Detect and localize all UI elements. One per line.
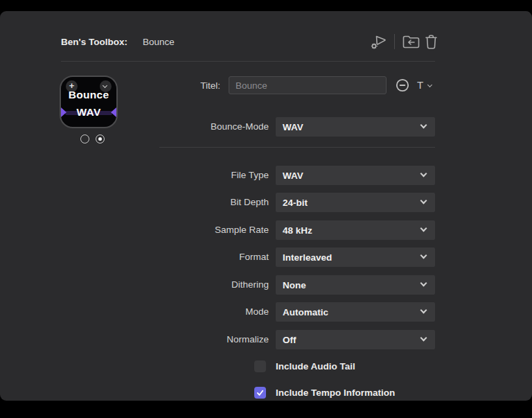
toolbar-separator	[394, 34, 395, 49]
app-title: Ben's Toolbox:	[61, 37, 127, 47]
chevron-down-icon	[420, 280, 427, 287]
page-dot-1[interactable]	[80, 134, 89, 143]
text-format-icon[interactable]: T	[417, 79, 423, 91]
include-tempo-information-label: Include Tempo Information	[276, 387, 395, 399]
title-input[interactable]	[229, 76, 387, 94]
format-select[interactable]: Interleaved	[276, 247, 435, 267]
chevron-down-icon	[420, 171, 427, 177]
run-action-icon[interactable]	[369, 33, 388, 51]
trash-icon[interactable]	[424, 33, 438, 51]
sample-rate-label: Sample Rate	[125, 225, 269, 236]
folder-return-icon[interactable]	[402, 35, 420, 49]
header-divider	[61, 61, 435, 62]
normalize-label: Normalize	[125, 334, 269, 345]
file-type-label: File Type	[125, 170, 269, 181]
chevron-down-icon	[420, 225, 427, 232]
tile-title-line1: Bounce	[61, 89, 116, 101]
mode-label: Mode	[125, 306, 269, 317]
tile-title-line2: WAV	[61, 106, 116, 119]
include-audio-tail-checkbox[interactable]	[254, 360, 266, 372]
include-tempo-information-checkbox[interactable]	[254, 387, 266, 399]
bounce-action-tile[interactable]: + Bounce WAV	[60, 76, 118, 128]
title-field-label: Titel:	[125, 80, 220, 92]
chevron-down-icon	[420, 307, 427, 314]
include-audio-tail-label: Include Audio Tail	[276, 361, 355, 372]
section-divider	[159, 147, 435, 148]
window: Ben's Toolbox: Bounce +	[0, 0, 532, 418]
page-dot-2[interactable]	[96, 134, 105, 143]
dithering-label: Dithering	[125, 279, 269, 290]
file-type-select[interactable]: WAV	[276, 166, 435, 185]
editor-panel: Ben's Toolbox: Bounce +	[0, 11, 532, 401]
sample-rate-select[interactable]: 48 kHz	[276, 220, 435, 240]
mode-select[interactable]: Automatic	[276, 302, 435, 322]
format-label: Format	[125, 252, 269, 263]
dithering-select[interactable]: None	[276, 275, 435, 295]
document-title: Bounce	[143, 37, 175, 47]
bit-depth-label: Bit Depth	[125, 197, 269, 208]
check-icon	[256, 388, 265, 397]
normalize-select[interactable]: Off	[276, 330, 435, 349]
chevron-down-icon	[420, 252, 427, 259]
chevron-down-icon	[420, 198, 427, 204]
bounce-mode-label: Bounce-Mode	[125, 121, 269, 132]
chevron-down-icon	[420, 335, 427, 342]
variable-token-icon[interactable]	[395, 78, 410, 93]
bit-depth-select[interactable]: 24-bit	[276, 193, 435, 212]
chevron-down-icon	[420, 122, 427, 129]
text-format-chevron-icon[interactable]	[427, 82, 432, 87]
bounce-mode-select[interactable]: WAV	[276, 117, 435, 137]
